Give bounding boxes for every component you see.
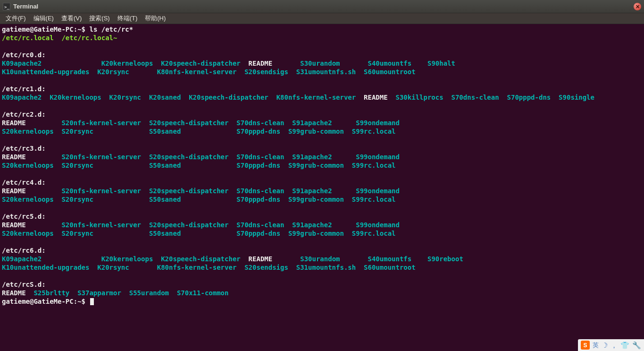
- rc0-k20rsync: K20rsync: [97, 68, 129, 76]
- menu-edit[interactable]: 编辑(E): [30, 13, 58, 24]
- rc3-s70dns: S70dns-clean: [236, 153, 284, 161]
- rc5-s70pppd: S70pppd-dns: [236, 230, 280, 237]
- rc0-s60umountroot: S60umountroot: [364, 68, 416, 76]
- dir-rc5: /etc/rc5.d:: [2, 213, 46, 220]
- rc3-s70pppd: S70pppd-dns: [236, 162, 280, 169]
- rc4-s20nfs: S20nfs-kernel-server: [61, 187, 141, 195]
- rc0-s40umountfs: S40umountfs: [368, 60, 412, 67]
- prompt-path: ~: [77, 26, 81, 33]
- rc4-readme: README: [2, 187, 26, 195]
- prompt-user2: gatieme@GatieMe-PC: [2, 298, 74, 305]
- rcS-s37apparmor: S37apparmor: [77, 289, 121, 297]
- ime-lang[interactable]: 英: [593, 341, 599, 350]
- shirt-icon[interactable]: 👕: [620, 341, 629, 350]
- menubar: 文件(F) 编辑(E) 查看(V) 搜索(S) 终端(T) 帮助(H): [0, 13, 644, 24]
- rc5-readme: README: [2, 221, 26, 229]
- rc6-s20sendsigs: S20sendsigs: [244, 264, 288, 271]
- rc2-s70pppd: S70pppd-dns: [236, 128, 280, 135]
- rc5-s99rclocal: S99rc.local: [352, 230, 396, 237]
- moon-icon[interactable]: ☽: [602, 341, 608, 350]
- rc5-s91apache: S91apache2: [292, 221, 332, 229]
- rcS-readme: README: [2, 289, 26, 297]
- rc3-s20kerneloops: S20kerneloops: [2, 162, 54, 169]
- rc2-s20kerneloops: S20kerneloops: [2, 128, 54, 135]
- tool-icon[interactable]: 🔧: [632, 341, 641, 350]
- prompt-path2: ~: [77, 298, 81, 305]
- menu-view[interactable]: 查看(V): [58, 13, 85, 24]
- rc1-i: S70dns-clean: [452, 94, 499, 101]
- rc1-h: S30killprocs: [396, 94, 443, 101]
- rc0-k20speechd: K20speech-dispatcher: [161, 60, 241, 67]
- rc2-s99ondemand: S99ondemand: [356, 119, 400, 127]
- rc2-s20nfs: S20nfs-kernel-server: [61, 119, 141, 127]
- terminal-icon: [3, 3, 10, 10]
- file-rc-local: /etc/rc.local: [2, 34, 54, 42]
- dir-rc4: /etc/rc4.d:: [2, 179, 46, 186]
- rc6-s90reboot: S90reboot: [427, 255, 463, 263]
- rc2-s70dns: S70dns-clean: [236, 119, 284, 127]
- rc3-s99rclocal: S99rc.local: [352, 162, 396, 169]
- rc3-s50saned: S50saned: [149, 162, 181, 169]
- rc5-s20kerneloops: S20kerneloops: [2, 230, 54, 237]
- ime-badge-icon[interactable]: S: [581, 341, 590, 350]
- prompt-user: gatieme@GatieMe-PC: [2, 26, 74, 33]
- rc0-k09apache2: K09apache2: [2, 60, 42, 67]
- menu-term[interactable]: 终端(T): [114, 13, 142, 24]
- rc0-k10unattended: K10unattended-upgrades: [2, 68, 89, 76]
- rc6-k20kerneloops: K20kerneloops: [101, 255, 153, 263]
- rc6-s30urandom: S30urandom: [300, 255, 340, 263]
- rc6-k20speechd: K20speech-dispatcher: [161, 255, 241, 263]
- rc4-s20kerneloops: S20kerneloops: [2, 196, 54, 203]
- rc1-g: README: [364, 94, 388, 101]
- rc0-s31umountnfs: S31umountnfs.sh: [296, 68, 356, 76]
- rc6-s60umountroot: S60umountroot: [364, 264, 416, 271]
- rc5-s50saned: S50saned: [149, 230, 181, 237]
- dir-rc3: /etc/rc3.d:: [2, 145, 46, 152]
- rc1-a: K09apache2: [2, 94, 42, 101]
- rc1-j: S70pppd-dns: [507, 94, 551, 101]
- file-rc-local-bak: /etc/rc.local~: [61, 34, 117, 42]
- rc6-s31umountnfs: S31umountnfs.sh: [296, 264, 356, 271]
- rc0-s30urandom: S30urandom: [300, 60, 340, 67]
- rc5-s99grub: S99grub-common: [288, 230, 344, 237]
- menu-file[interactable]: 文件(F): [2, 13, 30, 24]
- rc4-s70pppd: S70pppd-dns: [236, 196, 280, 203]
- dir-rcS: /etc/rcS.d:: [2, 281, 46, 288]
- rc2-s20rsync: S20rsync: [61, 128, 93, 135]
- rc5-s20nfs: S20nfs-kernel-server: [61, 221, 141, 229]
- rc0-s90halt: S90halt: [427, 60, 455, 67]
- rc4-s20speechd: S20speech-dispatcher: [149, 187, 229, 195]
- rc6-k20rsync: K20rsync: [97, 264, 129, 271]
- rc0-s20sendsigs: S20sendsigs: [244, 68, 288, 76]
- rc4-s91apache: S91apache2: [292, 187, 332, 195]
- rc1-c: K20rsync: [109, 94, 141, 101]
- rc6-readme: README: [249, 255, 273, 263]
- rc2-s99grub: S99grub-common: [288, 128, 344, 135]
- rc4-s50saned: S50saned: [149, 196, 181, 203]
- rc4-s99rclocal: S99rc.local: [352, 196, 396, 203]
- cursor: [90, 298, 94, 305]
- dir-rc1: /etc/rc1.d:: [2, 85, 46, 93]
- terminal-output[interactable]: gatieme@GatieMe-PC:~$ ls /etc/rc* /etc/r…: [0, 24, 644, 307]
- titlebar[interactable]: Terminal ✕: [0, 0, 644, 13]
- rc6-s40umountfs: S40umountfs: [368, 255, 412, 263]
- dir-rc2: /etc/rc2.d:: [2, 111, 46, 118]
- rc1-f: K80nfs-kernel-server: [276, 94, 356, 101]
- menu-search[interactable]: 搜索(S): [85, 13, 113, 24]
- rc3-s91apache: S91apache2: [292, 153, 332, 161]
- rc0-k80nfs: K80nfs-kernel-server: [157, 68, 237, 76]
- rc4-s20rsync: S20rsync: [61, 196, 93, 203]
- rc2-s99rclocal: S99rc.local: [352, 128, 396, 135]
- rc3-s20nfs: S20nfs-kernel-server: [61, 153, 141, 161]
- close-button[interactable]: ✕: [634, 3, 641, 10]
- rc4-s99grub: S99grub-common: [288, 196, 344, 203]
- rc4-s70dns: S70dns-clean: [236, 187, 284, 195]
- comma-icon[interactable]: ，: [611, 341, 618, 350]
- rc1-b: K20kerneloops: [50, 94, 101, 101]
- menu-help[interactable]: 帮助(H): [141, 13, 169, 24]
- rc5-s70dns: S70dns-clean: [236, 221, 284, 229]
- rc5-s20speechd: S20speech-dispatcher: [149, 221, 229, 229]
- system-tray: S 英 ☽ ， 👕 🔧: [578, 339, 644, 351]
- rc3-s20speechd: S20speech-dispatcher: [149, 153, 229, 161]
- rc0-k20kerneloops: K20kerneloops: [101, 60, 153, 67]
